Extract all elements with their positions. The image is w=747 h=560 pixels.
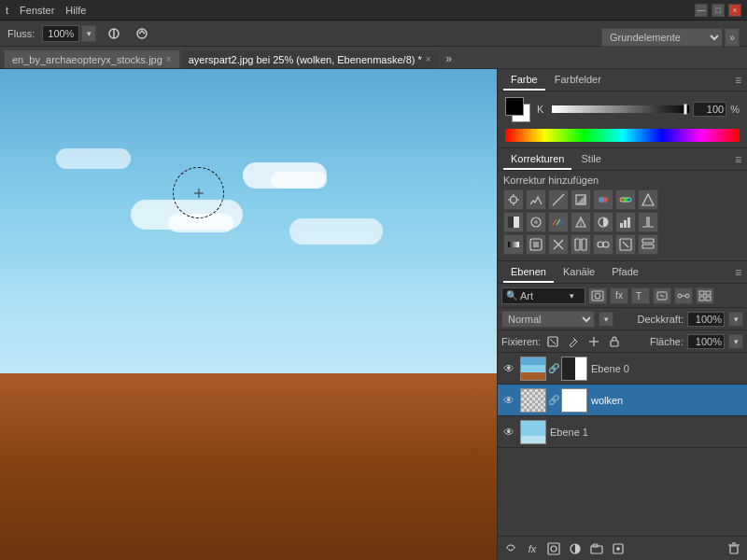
svg-point-33: [598, 242, 603, 247]
fluss-label: Fluss:: [7, 28, 35, 39]
menu-item-fenster[interactable]: Fenster: [20, 5, 54, 16]
ebenen-toolbar: 🔍 ▾ fx T: [498, 284, 747, 308]
svg-rect-78: [730, 546, 738, 553]
layer-eye-wolken[interactable]: 👁: [501, 393, 516, 408]
workspace-dropdown-group[interactable]: Grundelemente »: [601, 28, 740, 47]
fix-paint-btn[interactable]: [565, 334, 582, 349]
korr-saturation-btn[interactable]: [615, 189, 636, 210]
korr-extra3-btn[interactable]: [593, 234, 613, 255]
korr-brightness-btn[interactable]: [503, 189, 524, 210]
layer-new-btn[interactable]: [609, 539, 627, 558]
korr-vibrance-btn[interactable]: [593, 189, 613, 210]
korr-exposure-btn[interactable]: [571, 189, 591, 210]
minimize-button[interactable]: —: [695, 4, 708, 17]
ebenen-icon-mask[interactable]: [588, 287, 607, 304]
fluss-dropdown[interactable]: ▾: [81, 25, 96, 42]
korr-channelmixer-btn[interactable]: [548, 212, 569, 232]
menu-bar[interactable]: t Fenster Hilfe: [6, 5, 86, 16]
k-value-input[interactable]: [693, 102, 726, 117]
tab-pfade[interactable]: Pfade: [604, 262, 646, 283]
korr-gradient-btn[interactable]: [503, 234, 524, 255]
svg-line-36: [623, 242, 628, 247]
color-panel-menu[interactable]: ≡: [735, 74, 741, 87]
tab-farbfelder[interactable]: Farbfelder: [547, 70, 609, 91]
tab-korrekturen[interactable]: Korrekturen: [503, 149, 571, 170]
fix-lock-btn[interactable]: [606, 334, 623, 349]
layer-item-wolken[interactable]: 👁 🔗: [498, 385, 747, 416]
layer-eye-ebene1[interactable]: 👁: [501, 425, 516, 440]
korr-levels-btn[interactable]: [526, 189, 546, 210]
blend-mode-dropdown[interactable]: ▾: [599, 312, 613, 327]
layer-adj-btn[interactable]: [566, 539, 585, 558]
ebenen-icon-vector[interactable]: [653, 287, 671, 304]
canvas-area[interactable]: [0, 69, 497, 560]
ebenen-icon-fx[interactable]: fx: [610, 287, 628, 304]
menu-item-t[interactable]: t: [6, 5, 8, 16]
korr-colormatch-btn[interactable]: [571, 212, 591, 232]
fix-pixel-btn[interactable]: [544, 334, 561, 349]
layer-mask-btn[interactable]: [544, 539, 563, 558]
korrekturen-panel-menu[interactable]: ≡: [735, 153, 741, 166]
tabs-overflow-btn[interactable]: »: [440, 49, 458, 68]
layer-link-btn[interactable]: [501, 539, 520, 558]
deckkraft-input[interactable]: [687, 312, 725, 327]
flache-dropdown[interactable]: ▾: [728, 334, 743, 349]
korr-bw-btn[interactable]: [503, 212, 524, 232]
ebenen-icon-grid[interactable]: [696, 287, 714, 304]
layer-item-ebene0[interactable]: 👁 🔗: [498, 353, 747, 385]
korr-extra1-btn[interactable]: [548, 234, 569, 255]
search-dropdown-btn[interactable]: ▾: [570, 291, 574, 301]
color-spectrum[interactable]: [505, 129, 740, 142]
doc-tab-2-close[interactable]: ×: [426, 54, 431, 64]
layer-group-btn[interactable]: [587, 539, 606, 558]
flache-input[interactable]: [687, 334, 725, 349]
layer-fx-btn[interactable]: fx: [523, 539, 542, 558]
blend-mode-select[interactable]: Normal Auflösen Abdunkeln Multiplizieren…: [501, 311, 595, 328]
tab-ebenen[interactable]: Ebenen: [503, 262, 554, 283]
ebenen-panel: Ebenen Kanäle Pfade ≡ 🔍 ▾ fx: [498, 261, 747, 560]
korr-colorbalance-btn[interactable]: [638, 189, 658, 210]
doc-tab-1-close[interactable]: ×: [166, 54, 172, 64]
brush-option-2[interactable]: [132, 23, 152, 44]
workspace-expand-btn[interactable]: »: [725, 28, 740, 47]
deckkraft-dropdown[interactable]: ▾: [728, 312, 743, 327]
window-controls[interactable]: — □ ×: [695, 4, 741, 17]
korr-threshold-btn[interactable]: [638, 212, 658, 232]
korr-posterize-btn[interactable]: [615, 212, 636, 232]
layer-eye-ebene0[interactable]: 👁: [501, 361, 516, 376]
korr-photofilter-btn[interactable]: [526, 212, 546, 232]
sky-layer: [0, 69, 497, 403]
tab-kanaele[interactable]: Kanäle: [556, 262, 602, 283]
korr-curves-btn[interactable]: [548, 189, 569, 210]
k-slider[interactable]: [552, 105, 689, 113]
svg-line-19: [557, 219, 560, 225]
layer-item-ebene1[interactable]: 👁 Ebene 1: [498, 416, 747, 448]
svg-rect-66: [521, 389, 546, 413]
korrekturen-panel-body: Korrektur hinzufügen: [498, 171, 747, 260]
workspace-select[interactable]: Grundelemente: [601, 28, 723, 47]
tab-farbe[interactable]: Farbe: [503, 70, 545, 91]
tab-stile[interactable]: Stile: [573, 149, 608, 170]
ebenen-icon-adjust[interactable]: [674, 287, 693, 304]
close-button[interactable]: ×: [728, 4, 741, 17]
korr-invert-btn[interactable]: [593, 212, 613, 232]
menu-item-hilfe[interactable]: Hilfe: [65, 5, 86, 16]
layer-delete-btn[interactable]: [725, 539, 743, 558]
korr-extra4-btn[interactable]: [615, 234, 636, 255]
korr-selective-btn[interactable]: [526, 234, 546, 255]
fix-move-btn[interactable]: [585, 334, 602, 349]
ebenen-search-input[interactable]: [520, 290, 567, 301]
maximize-button[interactable]: □: [712, 4, 725, 17]
brush-option-1[interactable]: [104, 23, 124, 44]
ebenen-panel-menu[interactable]: ≡: [735, 266, 741, 279]
korr-extra2-btn[interactable]: [571, 234, 591, 255]
korr-extra5-btn[interactable]: [638, 234, 658, 255]
svg-rect-70: [548, 543, 559, 554]
ebenen-search[interactable]: 🔍 ▾: [501, 287, 585, 304]
foreground-swatch[interactable]: [505, 97, 524, 116]
fg-bg-swatches[interactable]: [505, 97, 531, 123]
fluss-input[interactable]: [42, 25, 79, 42]
ebenen-icon-text[interactable]: T: [631, 287, 650, 304]
doc-tab-1[interactable]: en_by_archaeopteryx_stocks.jpg ×: [4, 49, 180, 68]
doc-tab-2[interactable]: ayerspart2.jpg bei 25% (wolken, Ebenenma…: [180, 49, 440, 68]
